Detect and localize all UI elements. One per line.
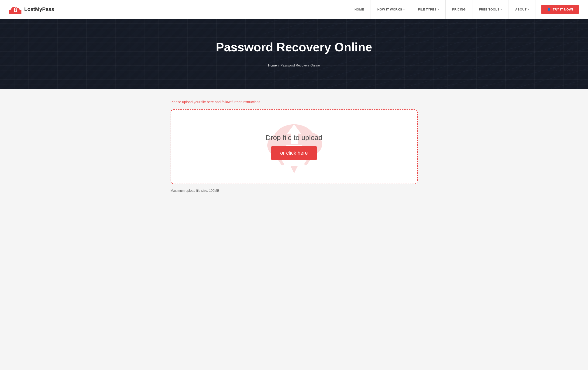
nav-item-about[interactable]: ABOUT ▾ xyxy=(509,0,536,19)
main-nav: HOME HOW IT WORKS ▾ FILE TYPES ▾ PRICING… xyxy=(348,0,579,19)
click-here-button[interactable]: or click here xyxy=(271,146,317,160)
breadcrumb: Home / Password Recovery Online xyxy=(268,64,320,67)
user-icon: 👤 xyxy=(547,8,551,11)
upload-dropzone[interactable]: Drop file to upload or click here xyxy=(171,109,418,184)
main-content: Please upload your file here and follow … xyxy=(166,89,422,207)
nav-item-pricing[interactable]: PRICING xyxy=(446,0,472,19)
try-it-now-button[interactable]: 👤 TRY IT NOW! xyxy=(541,5,579,14)
chevron-down-icon: ▾ xyxy=(528,8,529,11)
logo[interactable]: LostMyPass xyxy=(9,4,54,14)
nav-item-home[interactable]: HOME xyxy=(348,0,371,19)
page-title: Password Recovery Online xyxy=(216,40,372,54)
breadcrumb-home-link[interactable]: Home xyxy=(268,64,277,67)
nav-item-free-tools[interactable]: FREE TOOLS ▾ xyxy=(472,0,509,19)
svg-rect-6 xyxy=(15,11,16,11)
drop-text: Drop file to upload xyxy=(266,134,323,141)
breadcrumb-separator: / xyxy=(278,64,279,67)
chevron-down-icon: ▾ xyxy=(403,8,405,11)
chevron-down-icon: ▾ xyxy=(438,8,439,11)
nav-item-file-types[interactable]: FILE TYPES ▾ xyxy=(411,0,446,19)
upload-note: Maximum upload file size: 100MB xyxy=(171,189,418,193)
chevron-down-icon: ▾ xyxy=(501,8,502,11)
hero-section: Password Recovery Online Home / Password… xyxy=(0,19,588,89)
logo-text: LostMyPass xyxy=(24,6,54,12)
header: LostMyPass HOME HOW IT WORKS ▾ FILE TYPE… xyxy=(0,0,588,19)
svg-marker-12 xyxy=(291,166,298,173)
nav-item-how-it-works[interactable]: HOW IT WORKS ▾ xyxy=(371,0,411,19)
logo-icon xyxy=(9,4,21,14)
upload-content-area: Drop file to upload or click here xyxy=(266,134,323,160)
upload-instruction: Please upload your file here and follow … xyxy=(171,100,418,104)
breadcrumb-current: Password Recovery Online xyxy=(281,64,320,67)
